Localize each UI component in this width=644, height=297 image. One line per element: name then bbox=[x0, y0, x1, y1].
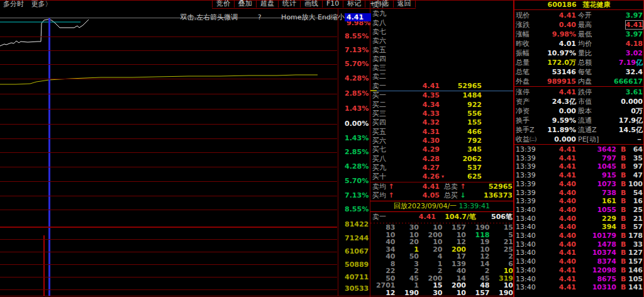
buy-level-row[interactable]: 买七4.29345 bbox=[370, 145, 513, 154]
buy-level-row[interactable]: 买一4.351484 bbox=[370, 91, 513, 100]
tape-count: 157 bbox=[625, 257, 643, 266]
sell-level-row[interactable]: 卖五 bbox=[370, 46, 513, 55]
toolbar-button-标记[interactable]: 标记 bbox=[343, 0, 365, 8]
section-line bbox=[514, 86, 643, 87]
buy-price: 4.30 bbox=[396, 137, 440, 145]
axis-label: 7.13% bbox=[345, 46, 369, 54]
buy-level-row[interactable]: 买五4.31466 bbox=[370, 128, 513, 137]
tape-row: 13:404.40229B21 bbox=[514, 215, 643, 223]
tape-price: 4.41 bbox=[546, 249, 576, 257]
quote-row: 现价4.41今开3.97 bbox=[514, 11, 643, 20]
sell-level-label: 卖八 bbox=[372, 19, 386, 28]
stock-header[interactable]: 600186 莲花健康 bbox=[514, 1, 643, 10]
tape-price: 4.40 bbox=[546, 197, 576, 206]
tape-row: 13:404.4010179B178 bbox=[514, 232, 643, 240]
sell-level-row[interactable]: 卖二 bbox=[370, 72, 513, 81]
tape-price: 4.40 bbox=[546, 215, 576, 223]
buy-level-row[interactable]: 买四4.32155 bbox=[370, 118, 513, 127]
quote-label: 最低 bbox=[578, 30, 592, 39]
buy-level-row[interactable]: 买六4.30792 bbox=[370, 137, 513, 145]
tape-count: 54 bbox=[625, 189, 643, 198]
more-menu[interactable]: 更多〉 bbox=[31, 0, 52, 8]
sell-level-row[interactable]: 卖三 bbox=[370, 64, 513, 72]
axis-label: 4.28% bbox=[345, 74, 369, 82]
tape-count: 127 bbox=[625, 249, 643, 257]
tape-row: 13:404.4112098B146 bbox=[514, 266, 643, 275]
chart-mode-menu[interactable]: 多分时 更多〉 bbox=[3, 1, 52, 8]
quote-row: 总量172.0万总额7.19亿 bbox=[514, 58, 643, 67]
tape-time: 13:39 bbox=[516, 189, 536, 198]
sell-level-row[interactable]: 卖七 bbox=[370, 28, 513, 36]
tape-volume: 1478 bbox=[577, 240, 616, 249]
tape-row: 13:394.411045B97 bbox=[514, 162, 643, 171]
buy-average-label: 买均 ↑ bbox=[372, 191, 394, 200]
buy-level-row[interactable]: 买二4.34922 bbox=[370, 101, 513, 109]
tape-volume: 1055 bbox=[577, 206, 616, 215]
gridline bbox=[0, 109, 337, 109]
tape-price: 4.41 bbox=[546, 171, 576, 180]
tick-grid-cell: 190 bbox=[490, 289, 514, 297]
toolbar-button-叠加[interactable]: 叠加 bbox=[234, 0, 256, 8]
gridline bbox=[0, 50, 337, 51]
sell-level-row[interactable]: 卖六 bbox=[370, 36, 513, 45]
buy-level-row[interactable]: 买九4.27537 bbox=[370, 164, 513, 172]
sell-level-row[interactable]: 卖十 bbox=[370, 1, 513, 9]
sell-level-row[interactable]: 卖九 bbox=[370, 9, 513, 18]
tape-row: 13:394.40738B54 bbox=[514, 189, 643, 198]
toolbar-button-F10[interactable]: F10 bbox=[322, 0, 343, 8]
quote-value: 7.19亿 bbox=[602, 58, 643, 67]
tape-row: 13:394.41915B47 bbox=[514, 171, 643, 180]
quote-label: 市值 bbox=[578, 97, 592, 106]
gridline bbox=[0, 210, 337, 210]
buy-level-label: 买六 bbox=[372, 137, 386, 145]
sell-level-label: 卖四 bbox=[372, 55, 386, 64]
help-icon[interactable]: ? bbox=[258, 13, 262, 21]
buy-volume: 922 bbox=[443, 101, 482, 109]
price-lines bbox=[0, 18, 337, 296]
quote-value: 4.01 bbox=[546, 39, 576, 48]
buy-volume: 155 bbox=[443, 118, 482, 127]
quote-row: 资产24.3亿市值0.000 bbox=[514, 97, 643, 106]
tape-volume: 1073 bbox=[577, 180, 616, 189]
sell-level-label: 卖一 bbox=[372, 82, 386, 91]
tick-grid-cell: 190 bbox=[396, 289, 419, 297]
toolbar-button-统计[interactable]: 统计 bbox=[278, 0, 300, 8]
gridline bbox=[0, 167, 337, 167]
intraday-chart[interactable] bbox=[0, 18, 337, 296]
gridline bbox=[0, 79, 337, 79]
toolbar-button-画线[interactable]: 画线 bbox=[300, 0, 322, 8]
tape-count: 21 bbox=[625, 215, 643, 223]
multi-intraday-label[interactable]: 多分时 bbox=[3, 0, 24, 8]
sell-level-row[interactable]: 卖一4.4152965 bbox=[370, 82, 513, 91]
toolbar-button-超盘[interactable]: 超盘 bbox=[256, 0, 278, 8]
buy-volume: 1484 bbox=[443, 91, 482, 100]
tape-volume: 797 bbox=[577, 154, 616, 163]
buy-average-total-value: 136373 bbox=[465, 191, 513, 200]
sell-level-row[interactable]: 卖四 bbox=[370, 55, 513, 64]
buy-price: 4.35 bbox=[396, 91, 440, 100]
buy-volume: 466 bbox=[443, 128, 482, 137]
tick-summary-row: 卖一4.41104.7/笔506笔 bbox=[370, 212, 513, 221]
toolbar-button-竞价[interactable]: 竞价 bbox=[212, 0, 234, 8]
quote-value: 4.41 bbox=[546, 87, 576, 97]
buy-level-row[interactable]: 买十4.26625▾ bbox=[370, 172, 513, 181]
tape-count: 141 bbox=[625, 283, 643, 292]
tape-count: 97 bbox=[625, 162, 643, 171]
quote-row: 外盘989915内盘666617 bbox=[514, 77, 643, 86]
trading-terminal: 多分时 更多〉 竞价叠加超盘统计画线F10标记+自选返回 双击,左右箭头微调 ?… bbox=[0, 0, 644, 297]
replay-cursor-line[interactable] bbox=[48, 18, 50, 296]
tape-time: 13:40 bbox=[516, 206, 536, 215]
trade-count: 506笔 bbox=[477, 212, 513, 221]
volume-gridline bbox=[0, 264, 337, 265]
sell-level-row[interactable]: 卖八 bbox=[370, 19, 513, 28]
gridline bbox=[0, 94, 337, 94]
axis-label: 5.70% bbox=[345, 60, 369, 68]
buy-level-row[interactable]: 买三4.33556 bbox=[370, 109, 513, 118]
buy-level-label: 买七 bbox=[372, 145, 386, 154]
buy-level-row[interactable]: 买八4.282062 bbox=[370, 155, 513, 164]
buy-price: 4.34 bbox=[396, 101, 440, 109]
buy-level-label: 买四 bbox=[372, 118, 386, 127]
quote-label: 总额 bbox=[578, 58, 592, 67]
quote-value: 3.02 bbox=[602, 48, 643, 58]
volume-gridline bbox=[0, 289, 337, 290]
